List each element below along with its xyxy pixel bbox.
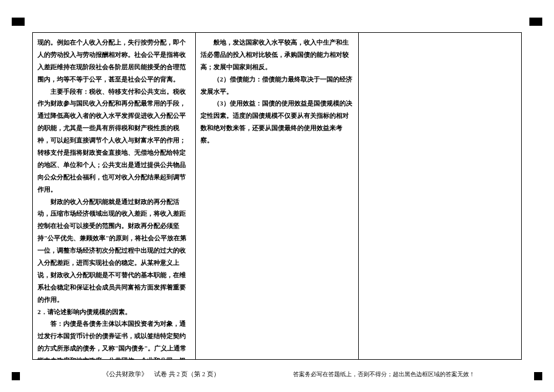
col1-para4: 答：内债是各债务主体以本国投资者为对象，通过发行本国货币计价的债券证书，或以签结… (38, 318, 191, 359)
col1-para2: 主要手段有：税收、特移支付和公共支出。税收作为财政参与国民收入分配和再分配最常用… (38, 86, 191, 196)
column-2: 般地，发达国家收入水平较高，收入中生产和生活必需品的投入相对比较低，承购国债的能… (195, 33, 358, 359)
col2-para1: 般地，发达国家收入水平较高，收入中生产和生活必需品的投入相对比较低，承购国债的能… (200, 36, 354, 73)
column-1-text: 现的。例如在个人收入分配上，失行按劳分配，即个人的劳动投入与劳动报酬相对称。社会… (38, 36, 191, 359)
column-3 (358, 33, 521, 359)
col1-para3: 财政的收入分配职能就是通过财政的再分配活动，压缩市场经济领域出现的收入差距，将收… (38, 196, 191, 306)
column-2-text: 般地，发达国家收入水平较高，收入中生产和生活必需品的投入相对比较低，承购国债的能… (200, 36, 354, 146)
column-1: 现的。例如在个人收入分配上，失行按劳分配，即个人的劳动投入与劳动报酬相对称。社会… (33, 33, 195, 359)
col1-question2: 2．请论述影响内债规模的因素。 (38, 306, 191, 318)
bottom-left-marker (12, 372, 20, 380)
col2-para3: （3）使用效益：国债的使用效益是国债规模的决定性因素。适度的国债规模不仅要从有关… (200, 97, 354, 146)
top-right-marker (529, 18, 542, 26)
footer-right-text: 答案务必写在答题纸上，否则不得分；超出黑色边框区域的答案无效！ (293, 370, 475, 379)
col1-para1: 现的。例如在个人收入分配上，失行按劳分配，即个人的劳动投入与劳动报酬相对称。社会… (38, 36, 191, 86)
top-left-marker (12, 18, 25, 26)
col2-para2: （2）偿债能力：偿债能力最终取决于一国的经济发展水平。 (200, 73, 354, 98)
footer-left-text: 《公共财政学》 试卷 共 2 页（第 2 页） (103, 370, 220, 379)
bottom-right-marker (534, 372, 542, 380)
page-content-frame: 现的。例如在个人收入分配上，失行按劳分配，即个人的劳动投入与劳动报酬相对称。社会… (32, 32, 522, 360)
